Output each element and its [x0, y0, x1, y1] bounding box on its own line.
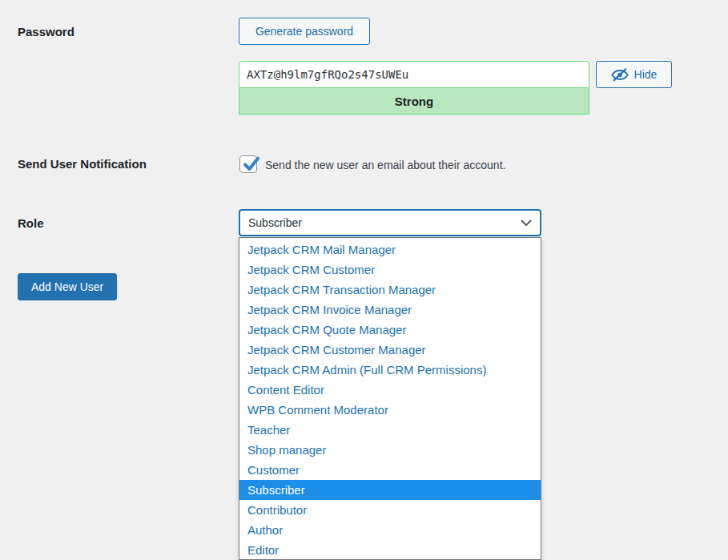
role-dropdown-option[interactable]: Content Editor — [239, 380, 541, 400]
role-selected-value: Subscriber — [248, 216, 302, 229]
role-dropdown-option[interactable]: Jetpack CRM Admin (Full CRM Permissions) — [239, 360, 541, 380]
role-dropdown-option[interactable]: Customer — [239, 460, 541, 480]
role-dropdown-option[interactable]: Editor — [239, 540, 541, 560]
send-user-notification-label: Send User Notification — [18, 157, 147, 171]
add-new-user-button[interactable]: Add New User — [18, 273, 117, 300]
password-strength-indicator: Strong — [239, 88, 589, 115]
eye-slash-icon — [611, 67, 629, 83]
send-user-notification-checkbox[interactable] — [239, 155, 257, 173]
role-dropdown-option[interactable]: Contributor — [239, 500, 541, 520]
role-label: Role — [18, 216, 44, 230]
generate-password-button[interactable]: Generate password — [239, 18, 370, 45]
role-dropdown-list: Jetpack CRM Mail Manager Jetpack CRM Cus… — [239, 237, 541, 560]
checkmark-icon — [241, 154, 262, 175]
role-dropdown-option[interactable]: Jetpack CRM Invoice Manager — [239, 300, 541, 320]
send-user-notification-description: Send the new user an email about their a… — [265, 159, 505, 171]
password-strength-text: Strong — [395, 95, 433, 108]
role-dropdown-option[interactable]: Subscriber — [239, 480, 541, 500]
hide-password-button[interactable]: Hide — [596, 61, 672, 88]
role-dropdown-option[interactable]: Jetpack CRM Mail Manager — [239, 240, 541, 260]
password-label: Password — [18, 25, 74, 38]
add-new-user-form: Password Generate password Hide Strong S… — [0, 0, 728, 560]
role-dropdown-option[interactable]: Jetpack CRM Quote Manager — [239, 320, 541, 340]
role-dropdown-option[interactable]: Jetpack CRM Transaction Manager — [239, 280, 541, 300]
role-select[interactable]: Subscriber — [239, 209, 541, 236]
role-dropdown-option[interactable]: Teacher — [239, 420, 541, 440]
role-dropdown-option[interactable]: Shop manager — [239, 440, 541, 460]
chevron-down-icon — [521, 220, 532, 227]
role-dropdown-option[interactable]: Jetpack CRM Customer Manager — [239, 340, 541, 360]
password-input[interactable] — [239, 61, 589, 88]
role-dropdown-option[interactable]: Jetpack CRM Customer — [239, 260, 541, 280]
role-dropdown-option[interactable]: WPB Comment Moderator — [239, 400, 541, 420]
role-dropdown-option[interactable]: Author — [239, 520, 541, 540]
hide-button-label: Hide — [634, 68, 658, 81]
